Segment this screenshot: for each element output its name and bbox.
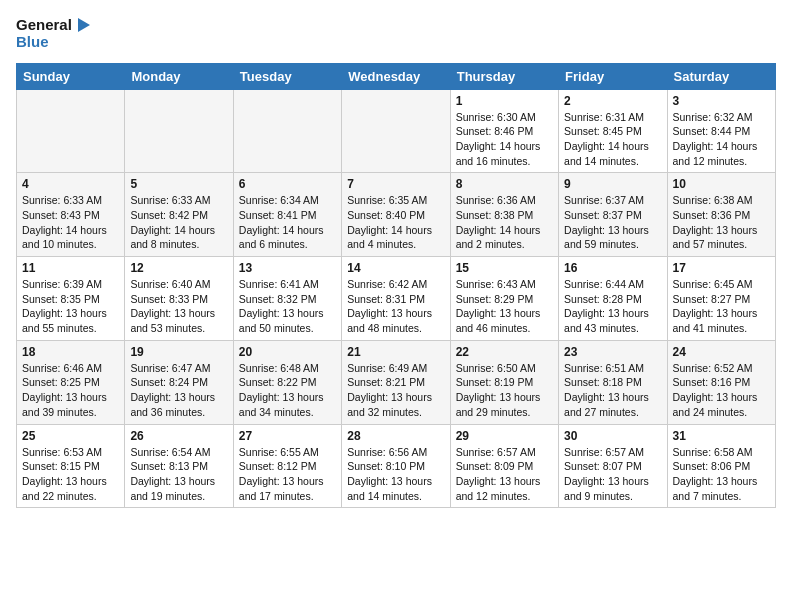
weekday-header: Sunday [17,63,125,89]
calendar-cell: 18Sunrise: 6:46 AM Sunset: 8:25 PM Dayli… [17,340,125,424]
day-number: 27 [239,429,336,443]
calendar-cell: 11Sunrise: 6:39 AM Sunset: 8:35 PM Dayli… [17,257,125,341]
day-detail: Sunrise: 6:38 AM Sunset: 8:36 PM Dayligh… [673,193,770,252]
calendar-cell: 25Sunrise: 6:53 AM Sunset: 8:15 PM Dayli… [17,424,125,508]
calendar-week-row: 11Sunrise: 6:39 AM Sunset: 8:35 PM Dayli… [17,257,776,341]
day-number: 23 [564,345,661,359]
calendar-cell: 13Sunrise: 6:41 AM Sunset: 8:32 PM Dayli… [233,257,341,341]
day-detail: Sunrise: 6:58 AM Sunset: 8:06 PM Dayligh… [673,445,770,504]
calendar-cell: 29Sunrise: 6:57 AM Sunset: 8:09 PM Dayli… [450,424,558,508]
day-number: 14 [347,261,444,275]
day-detail: Sunrise: 6:49 AM Sunset: 8:21 PM Dayligh… [347,361,444,420]
day-detail: Sunrise: 6:32 AM Sunset: 8:44 PM Dayligh… [673,110,770,169]
calendar-cell: 14Sunrise: 6:42 AM Sunset: 8:31 PM Dayli… [342,257,450,341]
day-number: 11 [22,261,119,275]
calendar-cell: 10Sunrise: 6:38 AM Sunset: 8:36 PM Dayli… [667,173,775,257]
day-number: 8 [456,177,553,191]
day-number: 17 [673,261,770,275]
calendar-cell: 8Sunrise: 6:36 AM Sunset: 8:38 PM Daylig… [450,173,558,257]
day-number: 18 [22,345,119,359]
day-detail: Sunrise: 6:51 AM Sunset: 8:18 PM Dayligh… [564,361,661,420]
day-detail: Sunrise: 6:41 AM Sunset: 8:32 PM Dayligh… [239,277,336,336]
calendar-cell: 19Sunrise: 6:47 AM Sunset: 8:24 PM Dayli… [125,340,233,424]
calendar-cell: 17Sunrise: 6:45 AM Sunset: 8:27 PM Dayli… [667,257,775,341]
logo-text-block: General Blue [16,16,92,51]
logo-arrow-icon [74,16,92,34]
day-detail: Sunrise: 6:30 AM Sunset: 8:46 PM Dayligh… [456,110,553,169]
day-detail: Sunrise: 6:45 AM Sunset: 8:27 PM Dayligh… [673,277,770,336]
calendar-cell: 20Sunrise: 6:48 AM Sunset: 8:22 PM Dayli… [233,340,341,424]
day-detail: Sunrise: 6:40 AM Sunset: 8:33 PM Dayligh… [130,277,227,336]
day-detail: Sunrise: 6:54 AM Sunset: 8:13 PM Dayligh… [130,445,227,504]
day-detail: Sunrise: 6:55 AM Sunset: 8:12 PM Dayligh… [239,445,336,504]
weekday-header: Monday [125,63,233,89]
weekday-header: Friday [559,63,667,89]
calendar-cell: 30Sunrise: 6:57 AM Sunset: 8:07 PM Dayli… [559,424,667,508]
day-number: 20 [239,345,336,359]
day-detail: Sunrise: 6:47 AM Sunset: 8:24 PM Dayligh… [130,361,227,420]
logo-general: General [16,17,72,34]
calendar-cell: 26Sunrise: 6:54 AM Sunset: 8:13 PM Dayli… [125,424,233,508]
day-number: 7 [347,177,444,191]
day-number: 4 [22,177,119,191]
calendar-cell: 3Sunrise: 6:32 AM Sunset: 8:44 PM Daylig… [667,89,775,173]
calendar-week-row: 4Sunrise: 6:33 AM Sunset: 8:43 PM Daylig… [17,173,776,257]
calendar-cell: 1Sunrise: 6:30 AM Sunset: 8:46 PM Daylig… [450,89,558,173]
calendar-cell: 6Sunrise: 6:34 AM Sunset: 8:41 PM Daylig… [233,173,341,257]
calendar-cell: 16Sunrise: 6:44 AM Sunset: 8:28 PM Dayli… [559,257,667,341]
day-number: 9 [564,177,661,191]
day-number: 13 [239,261,336,275]
day-detail: Sunrise: 6:53 AM Sunset: 8:15 PM Dayligh… [22,445,119,504]
day-detail: Sunrise: 6:35 AM Sunset: 8:40 PM Dayligh… [347,193,444,252]
calendar-cell: 4Sunrise: 6:33 AM Sunset: 8:43 PM Daylig… [17,173,125,257]
day-number: 1 [456,94,553,108]
calendar-cell: 21Sunrise: 6:49 AM Sunset: 8:21 PM Dayli… [342,340,450,424]
day-number: 29 [456,429,553,443]
day-detail: Sunrise: 6:48 AM Sunset: 8:22 PM Dayligh… [239,361,336,420]
day-detail: Sunrise: 6:57 AM Sunset: 8:09 PM Dayligh… [456,445,553,504]
calendar-week-row: 18Sunrise: 6:46 AM Sunset: 8:25 PM Dayli… [17,340,776,424]
day-detail: Sunrise: 6:44 AM Sunset: 8:28 PM Dayligh… [564,277,661,336]
day-number: 15 [456,261,553,275]
calendar-cell [233,89,341,173]
calendar-cell: 23Sunrise: 6:51 AM Sunset: 8:18 PM Dayli… [559,340,667,424]
day-detail: Sunrise: 6:50 AM Sunset: 8:19 PM Dayligh… [456,361,553,420]
day-number: 10 [673,177,770,191]
day-number: 26 [130,429,227,443]
weekday-header: Saturday [667,63,775,89]
weekday-header: Tuesday [233,63,341,89]
logo-blue: Blue [16,34,92,51]
calendar-table: SundayMondayTuesdayWednesdayThursdayFrid… [16,63,776,509]
page-header: General Blue [16,16,776,51]
day-detail: Sunrise: 6:42 AM Sunset: 8:31 PM Dayligh… [347,277,444,336]
logo: General Blue [16,16,92,51]
day-number: 19 [130,345,227,359]
day-number: 12 [130,261,227,275]
calendar-cell: 5Sunrise: 6:33 AM Sunset: 8:42 PM Daylig… [125,173,233,257]
weekday-header: Thursday [450,63,558,89]
svg-marker-0 [78,18,90,32]
day-number: 2 [564,94,661,108]
day-number: 30 [564,429,661,443]
day-number: 22 [456,345,553,359]
day-detail: Sunrise: 6:46 AM Sunset: 8:25 PM Dayligh… [22,361,119,420]
day-detail: Sunrise: 6:57 AM Sunset: 8:07 PM Dayligh… [564,445,661,504]
day-number: 16 [564,261,661,275]
calendar-cell [17,89,125,173]
calendar-cell: 9Sunrise: 6:37 AM Sunset: 8:37 PM Daylig… [559,173,667,257]
day-number: 6 [239,177,336,191]
calendar-cell: 15Sunrise: 6:43 AM Sunset: 8:29 PM Dayli… [450,257,558,341]
day-number: 28 [347,429,444,443]
day-detail: Sunrise: 6:33 AM Sunset: 8:42 PM Dayligh… [130,193,227,252]
calendar-cell: 2Sunrise: 6:31 AM Sunset: 8:45 PM Daylig… [559,89,667,173]
day-number: 5 [130,177,227,191]
calendar-cell: 24Sunrise: 6:52 AM Sunset: 8:16 PM Dayli… [667,340,775,424]
weekday-header: Wednesday [342,63,450,89]
day-number: 21 [347,345,444,359]
calendar-cell: 31Sunrise: 6:58 AM Sunset: 8:06 PM Dayli… [667,424,775,508]
calendar-cell [342,89,450,173]
calendar-cell: 12Sunrise: 6:40 AM Sunset: 8:33 PM Dayli… [125,257,233,341]
calendar-header-row: SundayMondayTuesdayWednesdayThursdayFrid… [17,63,776,89]
day-number: 25 [22,429,119,443]
calendar-cell: 28Sunrise: 6:56 AM Sunset: 8:10 PM Dayli… [342,424,450,508]
